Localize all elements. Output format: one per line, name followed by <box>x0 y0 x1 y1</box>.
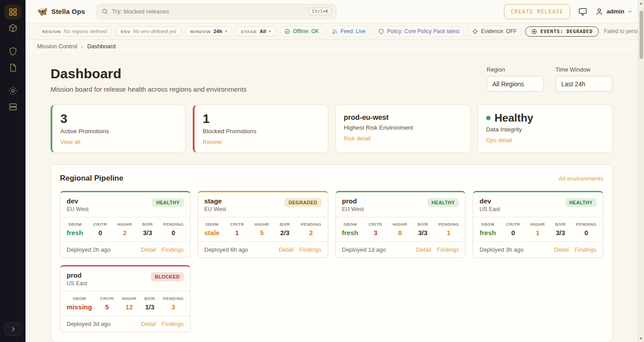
env-chip-value: No env defined yet <box>133 29 176 34</box>
policy-status[interactable]: Policy: Core Policy Pack latest <box>374 26 464 37</box>
findings-link[interactable]: Findings <box>162 246 184 253</box>
sidebar-item-infrastructure[interactable] <box>4 99 21 114</box>
sbom-value: fresh <box>342 229 359 236</box>
highr-value: 8 <box>393 229 407 236</box>
pipeline-card-prod-us-east: prod US East BLOCKED SBOMmissing CRITR5 … <box>60 265 191 332</box>
stage-chip-value: All <box>260 29 267 34</box>
env-region: US East <box>67 280 87 287</box>
pipeline-card-prod-eu-west: prod EU West HEALTHY SBOMfresh CRITR3 HI… <box>335 191 466 258</box>
sidebar-expand-button[interactable] <box>4 322 22 336</box>
shield-icon <box>378 29 384 34</box>
evidence-status[interactable]: Evidence: OFF <box>468 26 521 37</box>
pipeline-card-stage-eu-west: stage EU West DEGRADED SBOMstale CRITR1 … <box>198 191 328 258</box>
evidence-status-text: Evidence: OFF <box>481 28 517 34</box>
deployed-time: Deployed 3d ago <box>67 321 110 327</box>
breadcrumb-current: Dashboard <box>87 43 116 50</box>
detail-link[interactable]: Detail <box>416 246 431 253</box>
global-search[interactable]: Ctrl+K <box>97 4 336 19</box>
vertical-scrollbar[interactable]: ▲ ▼ <box>638 0 644 342</box>
breadcrumb-mission-control[interactable]: Mission Control <box>37 43 77 50</box>
highr-value: 12 <box>122 303 137 311</box>
scroll-up-arrow-icon[interactable]: ▲ <box>638 1 644 5</box>
stage-context-chip[interactable]: STAGE All ▾ <box>236 26 276 36</box>
card-label: Active Promotions <box>60 128 177 135</box>
highest-risk-env: prod-eu-west <box>344 112 462 122</box>
highr-value: 2 <box>118 229 132 236</box>
display-mode-button[interactable] <box>578 7 587 16</box>
sidebar-item-releases[interactable] <box>4 21 21 36</box>
highest-risk-card: prod-eu-west Highest Risk Environment Ri… <box>335 105 470 153</box>
sbom-value: stale <box>204 229 220 236</box>
sbom-value: fresh <box>479 229 496 236</box>
metric-label: CRITR <box>506 222 520 227</box>
findings-link[interactable]: Findings <box>162 321 184 327</box>
page-subtitle: Mission board for release health across … <box>51 85 247 93</box>
window-context-chip[interactable]: WINDOW 24h ▾ <box>185 26 232 36</box>
findings-link[interactable]: Findings <box>575 246 597 253</box>
create-release-button[interactable]: CREATE RELEASE <box>504 4 570 19</box>
sidebar <box>0 0 25 342</box>
detail-link[interactable]: Detail <box>141 321 156 327</box>
detail-link[interactable]: Detail <box>554 246 569 253</box>
chevron-down-icon <box>627 9 632 14</box>
sidebar-item-settings[interactable] <box>4 83 21 98</box>
health-status-dot <box>486 116 491 120</box>
detail-link[interactable]: Detail <box>279 246 293 253</box>
metric-label: B/I/R <box>555 222 566 227</box>
sbom-value: fresh <box>67 229 83 236</box>
feed-status[interactable]: Feed: Live <box>327 26 370 37</box>
pending-value: 1 <box>438 229 459 236</box>
time-window-select[interactable]: Last 24h <box>555 76 613 92</box>
user-menu[interactable]: admin <box>595 8 632 16</box>
breadcrumb-separator: › <box>81 43 83 50</box>
metric-label: SBOM <box>342 222 359 227</box>
events-status-pill[interactable]: EVENTS: DEGRADED <box>525 26 599 37</box>
view-all-link[interactable]: View all <box>60 139 80 145</box>
metric-label: CRITR <box>100 296 114 301</box>
metric-label: HIGHR <box>254 222 269 227</box>
events-icon <box>531 29 537 34</box>
metric-label: CRITR <box>93 222 107 227</box>
pending-value: 0 <box>576 229 597 236</box>
window-chip-label: WINDOW <box>190 29 211 34</box>
risk-detail-link[interactable]: Risk detail <box>344 135 371 142</box>
findings-link[interactable]: Findings <box>437 246 459 253</box>
search-icon <box>102 8 108 15</box>
sidebar-item-documents[interactable] <box>4 60 21 75</box>
bir-value: 3/3 <box>418 229 428 236</box>
card-label: Highest Risk Environment <box>344 124 462 131</box>
ops-detail-link[interactable]: Ops detail <box>486 137 513 144</box>
scrollbar-thumb[interactable] <box>640 11 643 59</box>
offline-status[interactable]: Offline: OK <box>280 26 323 37</box>
review-link[interactable]: Review <box>203 139 222 145</box>
region-context-chip[interactable]: REGION No regions defined <box>37 26 112 36</box>
bir-value: 3/3 <box>142 229 153 236</box>
sidebar-item-dashboard[interactable] <box>4 4 21 20</box>
env-context-chip[interactable]: ENV No env defined yet <box>116 26 181 36</box>
brand-name: Stella Ops <box>51 8 85 15</box>
blocked-promotions-card: 1 Blocked Promotions Review <box>193 105 328 153</box>
critr-value: 5 <box>100 303 114 311</box>
sidebar-item-security[interactable] <box>4 44 21 59</box>
all-environments-link[interactable]: All environments <box>559 175 603 182</box>
detail-link[interactable]: Detail <box>141 246 156 253</box>
card-label: Blocked Promotions <box>203 128 319 135</box>
pipeline-card-dev-us-east: dev US East HEALTHY SBOMfresh CRITR0 HIG… <box>473 191 603 258</box>
feed-status-text: Feed: Live <box>340 28 365 34</box>
env-region: EU West <box>342 206 364 212</box>
metric-label: PENDING <box>301 222 321 227</box>
offline-status-text: Offline: OK <box>293 28 319 34</box>
monitor-icon <box>578 7 587 16</box>
regional-pipeline-panel: Regional Pipeline All environments dev E… <box>51 165 613 342</box>
region-select[interactable]: All Regions <box>487 76 544 92</box>
deployed-time: Deployed 1d ago <box>342 246 386 253</box>
server-icon <box>8 102 17 111</box>
window-chip-value: 24h <box>213 29 222 34</box>
search-input[interactable] <box>112 8 305 15</box>
scroll-down-arrow-icon[interactable]: ▼ <box>638 337 644 341</box>
critr-value: 3 <box>369 229 382 236</box>
findings-link[interactable]: Findings <box>299 246 321 253</box>
pending-value: 3 <box>163 303 184 311</box>
critr-value: 0 <box>93 229 107 236</box>
region-filter-label: Region <box>487 66 544 73</box>
